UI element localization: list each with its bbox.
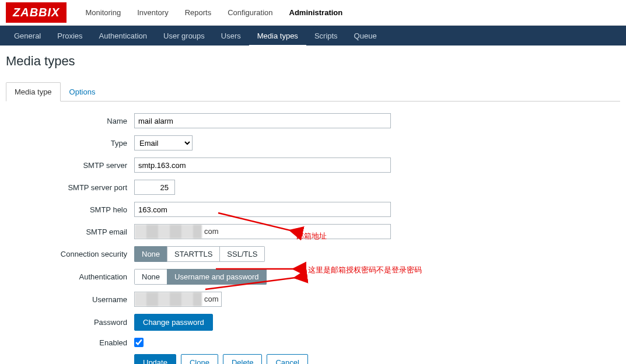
annotation-arrow-username: [210, 265, 309, 275]
conn-security-starttls[interactable]: STARTTLS: [167, 246, 220, 262]
subnav-proxies[interactable]: Proxies: [49, 26, 90, 46]
cancel-button[interactable]: Cancel: [267, 354, 307, 364]
label-smtp-server: SMTP server: [23, 161, 134, 170]
label-smtp-email: SMTP email: [23, 228, 134, 236]
topnav-configuration[interactable]: Configuration: [219, 0, 281, 26]
subnav-general[interactable]: General: [6, 26, 49, 46]
label-enabled: Enabled: [23, 338, 134, 347]
logo: ZABBIX: [6, 2, 67, 23]
tab-media-type[interactable]: Media type: [6, 82, 61, 102]
label-smtp-port: SMTP server port: [23, 183, 134, 192]
smtp-server-input[interactable]: [134, 158, 391, 173]
label-name: Name: [23, 117, 134, 125]
subnav-media-types[interactable]: Media types: [249, 27, 306, 47]
label-conn-security: Connection security: [23, 250, 134, 258]
label-password: Password: [23, 318, 134, 327]
form: Name Type Email SMTP server: [6, 102, 620, 364]
tab-options[interactable]: Options: [61, 82, 104, 102]
subnav-queue[interactable]: Queue: [346, 26, 385, 46]
delete-button[interactable]: Delete: [223, 354, 263, 364]
redacted-block: [135, 292, 202, 306]
tabs: Media type Options: [6, 82, 620, 102]
clone-button[interactable]: Clone: [181, 354, 218, 364]
conn-security-none[interactable]: None: [134, 246, 167, 262]
page-title: Media types: [0, 46, 626, 77]
topnav-inventory[interactable]: Inventory: [129, 0, 176, 26]
annotation-text-password: 这里是邮箱授权密码不是登录密码: [308, 265, 422, 275]
label-smtp-helo: SMTP helo: [23, 205, 134, 214]
smtp-port-input[interactable]: [134, 180, 175, 195]
topnav-reports[interactable]: Reports: [177, 0, 220, 26]
svg-line-3: [205, 276, 305, 289]
label-type: Type: [23, 139, 134, 148]
name-input[interactable]: [134, 113, 391, 128]
type-select[interactable]: Email: [134, 135, 193, 150]
label-username: Username: [23, 295, 134, 304]
topnav-administration[interactable]: Administration: [281, 0, 351, 26]
label-authentication: Authentication: [23, 272, 134, 281]
subnav-authentication[interactable]: Authentication: [91, 26, 155, 46]
top-nav: ZABBIX Monitoring Inventory Reports Conf…: [0, 0, 626, 26]
authentication-none[interactable]: None: [134, 269, 167, 285]
redacted-block: [135, 225, 202, 239]
topnav-monitoring[interactable]: Monitoring: [77, 0, 129, 26]
subnav-users[interactable]: Users: [213, 26, 249, 46]
annotation-arrow-email: [212, 209, 306, 240]
update-button[interactable]: Update: [134, 354, 176, 364]
conn-security-group: None STARTTLS SSL/TLS: [134, 246, 265, 262]
change-password-button[interactable]: Change password: [134, 314, 213, 331]
annotation-text-email: 邮箱地址: [296, 231, 327, 242]
conn-security-ssltls[interactable]: SSL/TLS: [219, 246, 265, 262]
subnav-user-groups[interactable]: User groups: [155, 26, 213, 46]
enabled-checkbox[interactable]: [134, 338, 144, 347]
svg-line-1: [218, 213, 300, 233]
annotation-arrow-password: [200, 276, 310, 302]
